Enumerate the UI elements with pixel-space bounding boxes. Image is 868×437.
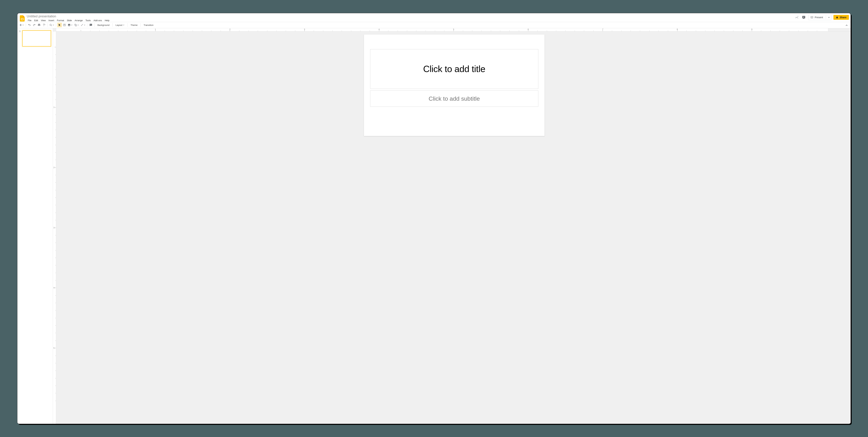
toolbar: Background Layout Theme Transition	[18, 22, 850, 28]
transition-button[interactable]: Transition	[142, 23, 155, 27]
select-tool[interactable]	[57, 23, 62, 27]
background-button[interactable]: Background	[96, 23, 111, 27]
print-button[interactable]	[37, 23, 41, 27]
collapse-toolbar-button[interactable]	[844, 23, 849, 28]
horizontal-ruler[interactable]: 123456789	[53, 28, 850, 31]
thumbnail-selected-wrap	[22, 30, 52, 47]
theme-label: Theme	[130, 24, 137, 26]
menu-insert[interactable]: Insert	[47, 19, 56, 22]
subtitle-placeholder-text: Click to add subtitle	[429, 95, 480, 102]
comments-icon[interactable]	[801, 15, 806, 20]
chevron-down-icon	[84, 24, 85, 26]
background-label: Background	[97, 24, 110, 26]
textbox-tool[interactable]	[62, 23, 67, 27]
menu-slide[interactable]: Slide	[65, 19, 73, 22]
thumbnail-index: 1	[19, 30, 21, 32]
menu-file[interactable]: File	[26, 19, 33, 22]
menu-tools[interactable]: Tools	[84, 19, 92, 22]
main-area: 1 123456789 12345 Click to add title	[18, 28, 850, 424]
activity-icon[interactable]	[794, 15, 799, 20]
transition-label: Transition	[144, 24, 154, 26]
thumbnail-slide-1[interactable]	[22, 30, 51, 46]
chevron-down-icon	[53, 24, 54, 26]
subtitle-placeholder[interactable]: Click to add subtitle	[370, 91, 538, 107]
canvas[interactable]: Click to add title Click to add subtitle	[56, 31, 850, 424]
menu-bar: File Edit View Insert Format Slide Arran…	[26, 19, 111, 22]
undo-button[interactable]	[27, 23, 32, 27]
vertical-ruler[interactable]: 12345	[53, 31, 56, 424]
title-placeholder-text: Click to add title	[423, 64, 485, 74]
document-title[interactable]: Untitled presentation	[26, 14, 111, 19]
menu-addons[interactable]: Add-ons	[92, 19, 103, 22]
menu-help[interactable]: Help	[103, 19, 111, 22]
menu-format[interactable]: Format	[56, 19, 65, 22]
title-actions: Present Share	[794, 14, 849, 20]
redo-button[interactable]	[32, 23, 36, 27]
layout-label: Layout	[116, 24, 122, 26]
theme-button[interactable]: Theme	[129, 23, 139, 27]
add-comment-button[interactable]	[89, 23, 93, 27]
ruler-corner	[53, 28, 56, 31]
zoom-button[interactable]	[49, 23, 55, 27]
chevron-down-icon	[123, 24, 124, 26]
thumbnail-row[interactable]: 1	[19, 30, 52, 47]
slide-thumbnail-panel[interactable]: 1	[18, 28, 53, 424]
slide[interactable]: Click to add title Click to add subtitle	[364, 35, 545, 136]
chevron-down-icon	[23, 24, 24, 26]
editor: 123456789 12345 Click to add title Click…	[53, 28, 850, 424]
chevron-up-icon	[845, 24, 848, 26]
separator	[56, 23, 56, 27]
svg-point-3	[50, 24, 52, 26]
line-tool[interactable]	[80, 23, 86, 27]
shape-tool[interactable]	[73, 23, 80, 27]
menu-edit[interactable]: Edit	[33, 19, 39, 22]
chevron-down-icon	[78, 24, 79, 26]
lock-icon	[836, 16, 838, 19]
separator	[141, 23, 141, 27]
share-button[interactable]: Share	[833, 15, 849, 20]
app-window: Untitled presentation File Edit View Ins…	[18, 13, 850, 424]
image-tool[interactable]	[67, 23, 73, 27]
layout-button[interactable]: Layout	[114, 23, 126, 27]
chevron-down-icon[interactable]	[828, 16, 830, 18]
present-button[interactable]: Present	[808, 14, 831, 20]
editor-body: 12345 Click to add title Click to add su…	[53, 31, 850, 424]
menu-view[interactable]: View	[39, 19, 47, 22]
share-label: Share	[840, 16, 846, 19]
svg-rect-1	[21, 19, 23, 20]
slides-app-icon[interactable]	[19, 14, 25, 22]
title-placeholder[interactable]: Click to add title	[370, 49, 538, 89]
title-stack: Untitled presentation File Edit View Ins…	[26, 14, 111, 22]
paint-format-button[interactable]	[42, 23, 46, 27]
titlebar: Untitled presentation File Edit View Ins…	[18, 13, 850, 22]
ruler-right-pad	[828, 28, 850, 31]
separator	[26, 23, 26, 27]
chevron-down-icon	[71, 24, 72, 26]
svg-rect-6	[75, 25, 76, 26]
new-slide-button[interactable]	[19, 23, 25, 27]
present-label: Present	[815, 16, 823, 19]
menu-arrange[interactable]: Arrange	[73, 19, 84, 22]
